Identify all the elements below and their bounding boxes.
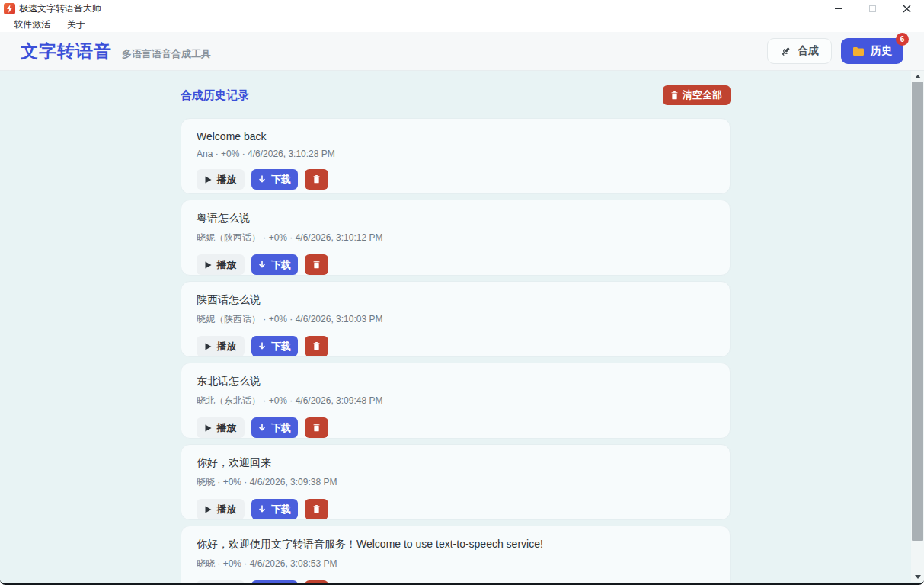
download-button[interactable]: 下载 [251, 499, 298, 519]
delete-button[interactable] [305, 254, 328, 275]
history-item-meta: 晓妮（陕西话） · +0% · 4/6/2026, 3:10:03 PM [197, 313, 715, 326]
history-item-title: 你好，欢迎回来 [197, 456, 715, 470]
history-item-title: 你好，欢迎使用文字转语音服务！Welcome to use text-to-sp… [197, 538, 715, 551]
history-card: Welcome back Ana · +0% · 4/6/2026, 3:10:… [181, 118, 731, 194]
history-item-meta: 晓晓 · +0% · 4/6/2026, 3:09:38 PM [197, 476, 715, 489]
clear-all-label: 清空全部 [683, 88, 722, 102]
play-label: 播放 [217, 421, 237, 435]
header-actions: 合成 历史 6 [767, 38, 903, 64]
app-header: 文字转语音 多语言语音合成工具 合成 历史 [0, 32, 924, 71]
play-button[interactable]: 播放 [197, 580, 245, 583]
app-window: 极速文字转语音大师 软件激活 关于 文字转语音 多语言语音合成工具 [0, 0, 924, 585]
download-button[interactable]: 下载 [251, 254, 298, 275]
minimize-icon [835, 8, 842, 9]
download-icon [258, 261, 266, 269]
history-card: 你好，欢迎回来 晓晓 · +0% · 4/6/2026, 3:09:38 PM … [181, 444, 731, 520]
trash-icon [313, 261, 320, 269]
menu-item-activate[interactable]: 软件激活 [14, 18, 50, 31]
history-tab-button[interactable]: 历史 6 [841, 38, 903, 64]
close-button[interactable] [890, 0, 924, 17]
history-item-title: 粤语怎么说 [197, 212, 715, 225]
menu-item-about[interactable]: 关于 [67, 18, 85, 31]
app-subtitle: 多语言语音合成工具 [122, 47, 211, 61]
app-logo-icon [4, 3, 15, 14]
history-item-actions: 播放 下载 [197, 417, 715, 438]
history-item-actions: 播放 下载 [197, 499, 715, 519]
download-button[interactable]: 下载 [251, 417, 298, 438]
play-button[interactable]: 播放 [197, 169, 245, 190]
play-label: 播放 [217, 503, 237, 516]
history-panel-header: 合成历史记录 清空全部 [181, 85, 731, 105]
play-icon [205, 176, 212, 184]
scrollbar-up-button[interactable] [911, 71, 924, 82]
history-item-title: 陕西话怎么说 [197, 293, 715, 307]
history-item-title: 东北话怎么说 [197, 375, 715, 388]
main-panel: 合成历史记录 清空全部 Welcome back Ana · +0% · 4/6… [0, 71, 911, 583]
download-icon [258, 342, 266, 350]
download-label: 下载 [271, 340, 291, 353]
scrollbar-thumb[interactable] [912, 82, 923, 541]
play-button[interactable]: 播放 [197, 417, 245, 438]
play-button[interactable]: 播放 [197, 336, 245, 356]
download-icon [258, 505, 266, 513]
close-icon [903, 5, 911, 13]
history-item-actions: 播放 下载 [197, 169, 715, 190]
window-title: 极速文字转语音大师 [19, 2, 101, 15]
trash-icon [671, 91, 678, 100]
vertical-scrollbar[interactable] [911, 71, 924, 582]
history-panel: 合成历史记录 清空全部 Welcome back Ana · +0% · 4/6… [181, 85, 731, 583]
delete-button[interactable] [305, 169, 328, 190]
history-list: Welcome back Ana · +0% · 4/6/2026, 3:10:… [181, 118, 731, 583]
history-card: 东北话怎么说 晓北（东北话） · +0% · 4/6/2026, 3:09:48… [181, 363, 731, 439]
delete-button[interactable] [305, 336, 328, 356]
play-label: 播放 [217, 258, 237, 272]
menubar: 软件激活 关于 [0, 17, 924, 32]
play-icon [205, 343, 212, 350]
trash-icon [313, 342, 320, 350]
download-button[interactable]: 下载 [251, 336, 298, 356]
download-label: 下载 [271, 258, 291, 272]
trash-icon [313, 175, 320, 184]
history-item-actions: 播放 下载 [197, 336, 715, 356]
synthesize-tab-label: 合成 [798, 44, 819, 58]
play-icon [205, 506, 212, 513]
download-button[interactable]: 下载 [251, 580, 298, 583]
download-label: 下载 [271, 173, 291, 187]
brand-area: 文字转语音 多语言语音合成工具 [21, 40, 211, 63]
microphone-icon [780, 46, 791, 57]
arrow-up-icon [915, 75, 921, 78]
download-button[interactable]: 下载 [251, 169, 298, 190]
history-card: 粤语怎么说 晓妮（陕西话） · +0% · 4/6/2026, 3:10:12 … [181, 200, 731, 276]
app-brand-title: 文字转语音 [21, 40, 112, 63]
history-count-badge: 6 [896, 33, 909, 46]
trash-icon [313, 505, 320, 513]
delete-button[interactable] [305, 499, 328, 519]
history-item-meta: 晓晓 · +0% · 4/6/2026, 3:08:53 PM [197, 558, 715, 571]
play-icon [205, 261, 212, 269]
history-item-actions: 播放 下载 [197, 254, 715, 275]
titlebar-left: 极速文字转语音大师 [0, 2, 101, 15]
delete-button[interactable] [305, 580, 328, 583]
history-tab-label: 历史 [871, 44, 892, 58]
history-item-meta: Ana · +0% · 4/6/2026, 3:10:28 PM [197, 149, 715, 159]
download-label: 下载 [271, 421, 291, 435]
download-icon [258, 175, 266, 184]
maximize-button[interactable] [855, 0, 890, 17]
clear-all-button[interactable]: 清空全部 [663, 85, 731, 105]
download-icon [258, 424, 266, 432]
history-card: 陕西话怎么说 晓妮（陕西话） · +0% · 4/6/2026, 3:10:03… [181, 281, 731, 357]
trash-icon [313, 424, 320, 432]
play-icon [205, 424, 212, 432]
synthesize-tab-button[interactable]: 合成 [767, 38, 832, 64]
folder-icon [852, 46, 865, 56]
scrollbar-down-button[interactable] [911, 571, 924, 582]
history-card: 你好，欢迎使用文字转语音服务！Welcome to use text-to-sp… [181, 526, 731, 583]
play-button[interactable]: 播放 [197, 254, 245, 275]
history-heading: 合成历史记录 [181, 88, 249, 103]
download-label: 下载 [271, 503, 291, 516]
window-controls [821, 0, 924, 17]
play-label: 播放 [217, 173, 237, 187]
delete-button[interactable] [305, 417, 328, 438]
minimize-button[interactable] [821, 0, 855, 17]
play-button[interactable]: 播放 [197, 499, 245, 519]
